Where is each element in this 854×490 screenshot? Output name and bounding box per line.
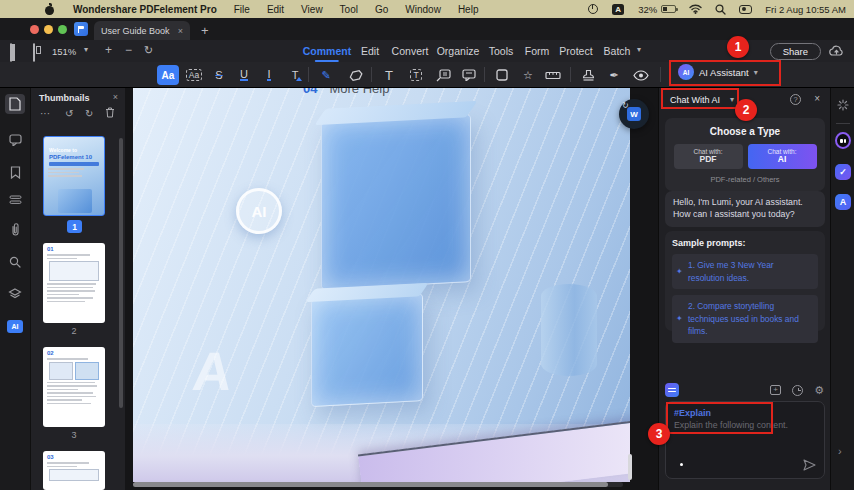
squiggly-underline-tool[interactable]: I xyxy=(258,65,280,85)
zoom-level[interactable]: 151% xyxy=(52,46,76,57)
comment-panel-tab[interactable] xyxy=(5,130,25,150)
panel-close-icon[interactable]: × xyxy=(814,93,820,104)
ribbon-tab-form[interactable]: Form xyxy=(525,45,550,57)
menu-view[interactable]: View xyxy=(301,4,323,15)
shape-rectangle-tool[interactable] xyxy=(491,65,513,85)
ribbon-tab-organize[interactable]: Organize xyxy=(437,45,480,57)
menu-file[interactable]: File xyxy=(234,4,250,15)
menu-go[interactable]: Go xyxy=(375,4,388,15)
ribbon-tab-comment[interactable]: Comment xyxy=(303,45,351,57)
ribbon-tab-protect[interactable]: Protect xyxy=(559,45,592,57)
stamp-tool[interactable] xyxy=(577,65,599,85)
star-shape-tool[interactable]: ☆ xyxy=(517,65,539,85)
thumbnail-page-4[interactable]: 03 xyxy=(43,451,105,490)
ribbon-tab-tools[interactable]: Tools xyxy=(489,45,514,57)
tab-close-icon[interactable]: × xyxy=(178,26,183,36)
settings-gear-icon[interactable]: ⚙ xyxy=(814,385,824,396)
outline-panel-tab[interactable] xyxy=(5,190,25,210)
location-pin-icon[interactable] xyxy=(675,459,688,472)
measure-tool[interactable] xyxy=(542,65,564,85)
vertical-scrollbar-thumb[interactable] xyxy=(628,454,632,480)
add-text-tool[interactable]: T xyxy=(378,65,400,85)
battery-icon[interactable] xyxy=(661,5,676,13)
thumbnails-scrollbar[interactable] xyxy=(119,138,123,408)
new-tab-button[interactable]: + xyxy=(201,23,209,38)
thumbnail-3-page-number: 3 xyxy=(43,430,105,440)
zoom-out-button[interactable]: − xyxy=(125,43,132,57)
horizontal-scrollbar[interactable] xyxy=(133,482,623,487)
thumbnails-close-icon[interactable]: × xyxy=(113,92,118,102)
rotate-right-icon[interactable]: ↻ xyxy=(85,108,93,119)
eye-visibility-tool[interactable] xyxy=(630,65,652,85)
send-button[interactable] xyxy=(803,459,816,471)
ai-panel-tab[interactable]: AI xyxy=(5,316,25,336)
traffic-zoom-button[interactable] xyxy=(58,25,67,34)
spotlight-search-icon[interactable] xyxy=(715,4,726,15)
sample-prompt-1[interactable]: ✦ 1. Give me 3 New Year resolution ideas… xyxy=(672,254,818,289)
traffic-minimize-button[interactable] xyxy=(44,25,53,34)
rotate-left-icon[interactable]: ↺ xyxy=(65,108,73,119)
ribbon-tab-batch[interactable]: Batch xyxy=(604,45,631,57)
lumi-robot-icon[interactable] xyxy=(835,132,851,149)
thumbnail-page-2[interactable]: 01 xyxy=(43,243,105,323)
traffic-close-button[interactable] xyxy=(30,25,39,34)
convert-to-word-badge[interactable]: ↻ W xyxy=(619,99,649,129)
area-highlight-tool[interactable]: Aa xyxy=(183,65,205,85)
apple-menu-icon[interactable] xyxy=(44,4,55,15)
sidebar-toggle-icon[interactable] xyxy=(10,44,12,62)
ai-effects-icon[interactable] xyxy=(835,98,851,112)
search-panel-tab[interactable] xyxy=(5,252,25,272)
thumbnails-more-icon[interactable]: ··· xyxy=(40,108,50,119)
new-chat-icon[interactable]: + xyxy=(770,385,781,395)
underline-tool[interactable]: U xyxy=(233,65,255,85)
input-source-badge[interactable]: A xyxy=(612,4,624,15)
menu-help[interactable]: Help xyxy=(458,4,479,15)
app-menu-title[interactable]: Wondershare PDFelement Pro xyxy=(73,4,217,15)
caret-insert-tool[interactable]: T xyxy=(284,65,306,85)
panel-help-icon[interactable]: ? xyxy=(790,94,801,105)
menu-window[interactable]: Window xyxy=(405,4,441,15)
translate-icon[interactable]: A xyxy=(835,194,851,210)
menu-edit[interactable]: Edit xyxy=(267,4,284,15)
wifi-icon[interactable] xyxy=(689,4,702,14)
highlight-tool[interactable]: Aa xyxy=(157,65,179,85)
eraser-tool[interactable] xyxy=(345,65,367,85)
panel-collapse-chevron[interactable]: › xyxy=(838,445,842,457)
chat-with-pdf-button[interactable]: Chat with: PDF xyxy=(674,144,743,169)
thumbnail-page-3[interactable]: 02 xyxy=(43,347,105,427)
history-icon[interactable] xyxy=(792,385,803,396)
signature-tool[interactable]: ✒ xyxy=(603,65,625,85)
menubar-clock[interactable]: Fri 2 Aug 10:55 AM xyxy=(765,4,846,15)
zoom-dropdown-icon[interactable]: ▾ xyxy=(84,45,88,54)
page-view-icon[interactable] xyxy=(33,44,35,62)
pencil-tool[interactable]: ✎ xyxy=(315,65,337,85)
cloud-upload-icon[interactable] xyxy=(829,45,844,57)
document-viewer[interactable]: AI A 04 More Help ↻ W xyxy=(125,88,658,490)
proofread-check-icon[interactable]: ✓ xyxy=(835,164,851,180)
thumbnail-page-1[interactable]: Welcome to PDFelement 10 xyxy=(43,136,105,216)
ribbon-tab-convert[interactable]: Convert xyxy=(392,45,429,57)
zoom-in-button[interactable]: + xyxy=(105,43,112,57)
thumbnail-panel-tab[interactable] xyxy=(5,94,25,114)
refresh-icon: ↻ xyxy=(622,101,629,110)
control-center-icon[interactable] xyxy=(739,5,752,14)
prompt-library-icon[interactable] xyxy=(665,383,679,397)
share-button[interactable]: Share xyxy=(770,43,821,60)
text-box-tool[interactable]: T xyxy=(405,65,427,85)
layers-panel-tab[interactable] xyxy=(5,284,25,304)
menu-tool[interactable]: Tool xyxy=(340,4,358,15)
pdf-page[interactable]: AI A 04 More Help xyxy=(133,88,630,482)
chat-with-ai-button[interactable]: Chat with: AI xyxy=(748,144,817,169)
document-tab[interactable]: User Guide Book × xyxy=(94,21,190,40)
strikethrough-tool[interactable]: S xyxy=(208,65,230,85)
batch-chevron-icon[interactable]: ▾ xyxy=(637,45,641,54)
callout-tool[interactable] xyxy=(432,65,454,85)
record-indicator-icon[interactable] xyxy=(588,4,598,14)
delete-page-icon[interactable] xyxy=(105,107,115,118)
ribbon-tab-edit[interactable]: Edit xyxy=(361,45,379,57)
bookmark-panel-tab[interactable] xyxy=(5,162,25,182)
attachment-panel-tab[interactable] xyxy=(5,220,25,240)
sample-prompt-2[interactable]: ✦ 2. Compare storytelling techniques use… xyxy=(672,295,818,343)
rotate-page-icon[interactable]: ↻ xyxy=(144,44,153,57)
comment-note-tool[interactable] xyxy=(458,65,480,85)
